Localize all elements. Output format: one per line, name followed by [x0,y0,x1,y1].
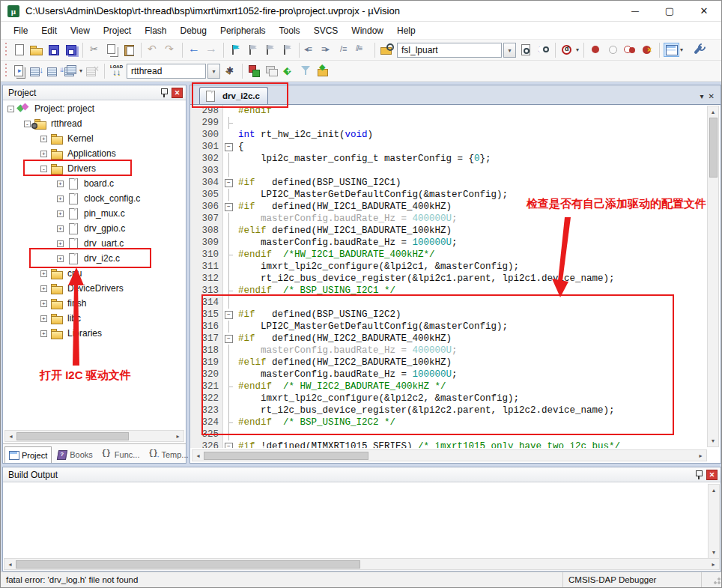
target-combo[interactable]: rtthread [127,64,206,79]
fold-collapse-icon[interactable] [223,177,235,189]
expand-icon[interactable]: + [40,136,47,142]
line-number[interactable]: 316 [190,321,223,333]
manage-components-icon[interactable] [316,64,330,77]
redo-icon[interactable] [163,43,178,56]
code-line-299[interactable]: 299 [190,117,707,129]
copy-icon[interactable] [105,43,119,56]
open-file-icon[interactable] [29,43,43,56]
collapse-icon[interactable]: - [40,166,47,172]
expand-icon[interactable]: + [40,270,47,277]
options-for-target-icon[interactable] [247,64,261,77]
code-line-313[interactable]: 313#endif /* BSP_USING_I2C1 */ [190,285,707,297]
code-line-320[interactable]: 320 masterConfig.baudRate_Hz = 100000U; [190,369,707,381]
tree-item-libraries[interactable]: +Libraries [3,326,186,341]
rebuild-all-icon[interactable] [46,64,61,77]
quick-find-icon[interactable] [560,43,574,56]
undo-icon[interactable] [146,43,160,56]
configure-icon[interactable] [691,43,705,56]
scroll-down-icon[interactable]: ▾ [708,435,718,446]
expand-icon[interactable]: + [40,330,47,337]
maximize-button[interactable] [652,1,687,21]
pin-icon[interactable] [694,470,703,480]
build-output-close-icon[interactable] [706,470,718,480]
line-number[interactable]: 303 [190,165,223,177]
expand-icon[interactable]: + [57,196,64,202]
code-line-304[interactable]: 304#if defined(BSP_USING_I2C1) [190,177,707,189]
line-number[interactable]: 312 [190,273,223,285]
code-line-305[interactable]: 305 LPI2C_MasterGetDefaultConfig(&master… [190,189,707,201]
line-number[interactable]: 326 [190,440,223,448]
save-icon[interactable] [46,43,61,56]
build-output-vertical-scrollbar[interactable]: ▴ ▾ [708,484,720,559]
save-all-icon[interactable] [64,43,78,56]
tree-item-clock-config-c[interactable]: +clock_config.c [3,191,186,206]
code-line-323[interactable]: 323 rt_i2c_bus_device_register(&lpi2c2.p… [190,404,707,416]
download-icon[interactable] [109,64,124,77]
scroll-left-icon[interactable]: ◂ [192,450,204,461]
code-line-318[interactable]: 318 masterConfig.baudRate_Hz = 400000U; [190,345,707,357]
expand-icon[interactable]: + [40,285,47,292]
translate-file-icon[interactable] [12,64,26,77]
tree-item-libc[interactable]: +libc [3,311,186,326]
expand-icon[interactable]: + [57,255,64,262]
batch-build-icon[interactable] [64,64,78,77]
build-icon[interactable] [29,64,43,77]
scroll-thumb[interactable] [16,432,129,440]
line-number[interactable]: 313 [190,285,223,297]
expand-icon[interactable]: + [40,300,47,307]
code-line-302[interactable]: 302 lpi2c_master_config_t masterConfig =… [190,153,707,165]
tree-item-drv-uart-c[interactable]: +drv_uart.c [3,236,186,251]
scroll-left-icon[interactable]: ◂ [5,431,16,441]
expand-icon[interactable]: + [57,210,64,217]
tab-list-dropdown-icon[interactable] [700,92,704,100]
line-number[interactable]: 314 [190,297,223,309]
disable-breakpoint-icon[interactable] [606,43,620,56]
unindent-icon[interactable] [304,43,318,56]
minimize-button[interactable] [618,1,652,21]
code-line-319[interactable]: 319#elif defined(HW_I2C2_BADURATE_100kHZ… [190,357,707,369]
code-line-306[interactable]: 306#if defined(HW_I2C1_BADURATE_400kHZ) [190,201,707,213]
menu-flash[interactable]: Flash [138,23,173,38]
line-number[interactable]: 320 [190,369,223,381]
tree-item-rtthread[interactable]: -rtthread [3,116,186,131]
line-number[interactable]: 300 [190,129,223,141]
project-panel-close-icon[interactable] [172,88,183,98]
scroll-right-icon[interactable]: ▸ [708,559,719,569]
disable-all-breakpoints-icon[interactable] [623,43,637,56]
navigate-forward-icon[interactable] [204,43,219,56]
code-line-312[interactable]: 312 rt_i2c_bus_device_register(&lpi2c1.p… [190,273,707,285]
insert-bookmark-icon[interactable] [228,43,243,56]
tree-item-cpu[interactable]: +cpu [3,266,186,281]
expand-icon[interactable]: + [40,315,47,322]
line-number[interactable]: 304 [190,177,223,189]
fold-collapse-icon[interactable] [223,141,235,153]
code-line-298[interactable]: 298#endif [190,105,707,117]
editor-tab-drv-i2c[interactable]: drv_i2c.c [199,87,268,104]
line-number[interactable]: 323 [190,404,223,416]
toolbar-drag-handle[interactable] [4,43,8,58]
tree-item-pin-mux-c[interactable]: +pin_mux.c [3,206,186,221]
batch-build-dropdown[interactable]: ▾ [79,67,82,74]
pin-icon[interactable] [160,88,169,98]
close-button[interactable] [687,1,721,21]
stop-build-icon[interactable] [85,64,100,77]
line-number[interactable]: 318 [190,345,223,357]
scroll-down-icon[interactable]: ▾ [709,547,719,558]
tree-item-finsh[interactable]: +finsh [3,296,186,311]
find-in-files-icon[interactable] [380,43,394,56]
search-combo[interactable]: fsl_lpuart [397,43,502,58]
tree-item-applications[interactable]: +Applications [3,146,186,161]
indent-icon[interactable] [321,43,336,56]
toggle-breakpoint-icon[interactable] [589,43,603,56]
clear-bookmarks-icon[interactable] [280,43,294,56]
code-line-322[interactable]: 322 imxrt_lpi2c_configure(&lpi2c2, &mast… [190,392,707,404]
tree-item-devicedrivers[interactable]: +DeviceDrivers [3,281,186,296]
code-line-310[interactable]: 310#endif /*HW_I2C1_BADURATE_400kHZ*/ [190,249,707,261]
toolbar-drag-handle[interactable] [4,64,8,79]
code-line-307[interactable]: 307 masterConfig.baudRate_Hz = 400000U; [190,213,707,225]
line-number[interactable]: 319 [190,357,223,369]
line-number[interactable]: 311 [190,261,223,273]
menu-tools[interactable]: Tools [273,23,307,38]
close-document-icon[interactable] [709,92,715,100]
expand-icon[interactable]: + [57,240,64,247]
